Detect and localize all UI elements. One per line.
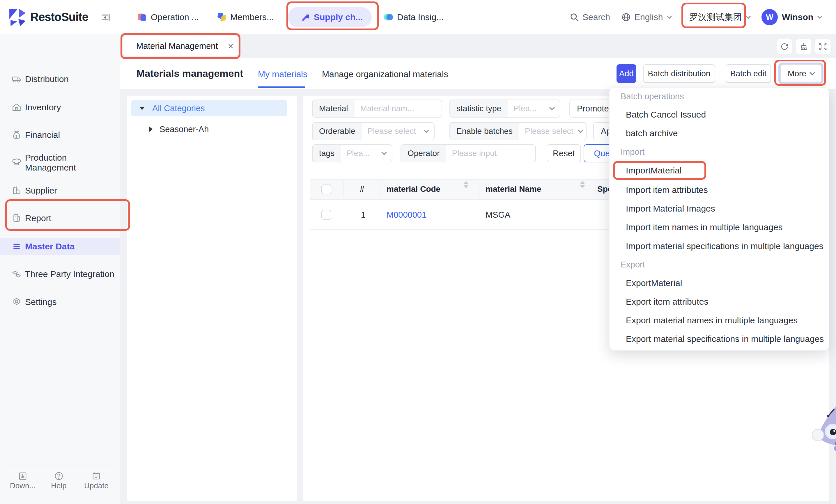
menu-item-batch-archive[interactable]: batch archive — [610, 127, 829, 140]
tab-manage-organizational-materials[interactable]: Manage organizational materials — [322, 69, 448, 79]
members-icon — [216, 11, 228, 23]
sidebar-item-financial[interactable]: $ Financial — [0, 127, 120, 143]
sidebar-item-distribution[interactable]: Distribution — [0, 71, 120, 88]
avatar: W — [761, 9, 778, 25]
caret-down-icon[interactable] — [139, 107, 145, 110]
nav-item-members[interactable]: Members... — [216, 11, 274, 23]
divider — [4, 466, 116, 466]
menu-item-import-item-names-multilang[interactable]: Import item names in multiple languages — [610, 221, 829, 234]
nav-item-data-insights[interactable]: Data Insig... — [383, 11, 443, 23]
truck-icon — [12, 74, 21, 84]
chef-hat-icon — [12, 158, 21, 168]
language-switcher[interactable]: English — [621, 11, 671, 23]
sort-icon[interactable] — [464, 181, 468, 188]
clean-button[interactable] — [796, 39, 811, 54]
menu-item-import-material[interactable]: ImportMaterial — [610, 164, 829, 177]
divider — [595, 181, 596, 198]
sidebar-item-master-data[interactable]: Master Data — [0, 238, 120, 255]
material-name-input[interactable]: Material Material nam... — [312, 99, 442, 118]
report-icon — [12, 213, 21, 223]
menu-item-import-material-images[interactable]: Import Material Images — [610, 202, 829, 215]
menu-item-export-material[interactable]: ExportMaterial — [610, 277, 829, 290]
search-icon — [569, 12, 580, 22]
sidebar-footer-help[interactable]: Help — [41, 471, 76, 490]
batch-distribution-button[interactable]: Batch distribution — [643, 64, 715, 83]
reset-button[interactable]: Reset — [547, 144, 581, 162]
operation-icon — [136, 11, 148, 23]
close-icon[interactable]: × — [228, 41, 233, 51]
more-button[interactable]: More — [780, 64, 822, 83]
refresh-button[interactable] — [777, 39, 792, 54]
chevron-down-icon — [578, 128, 583, 133]
help-icon — [41, 471, 76, 481]
menu-group-batch-operations: Batch operations — [610, 90, 829, 103]
menu-item-export-material-specs-multilang[interactable]: Export material specifications in multip… — [610, 333, 829, 345]
sidebar-item-supplier[interactable]: Supplier — [0, 182, 120, 199]
row-checkbox[interactable] — [321, 210, 331, 220]
sidebar-item-production-management[interactable]: Production Management — [0, 154, 120, 171]
menu-item-export-item-attributes[interactable]: Export item attributes — [610, 295, 829, 308]
cell-material-code-link[interactable]: M0000001 — [386, 210, 426, 220]
top-bar: RestoSuite Operation ... — [0, 0, 836, 34]
menu-item-batch-cancel-issued[interactable]: Batch Cancel Issued — [610, 108, 829, 121]
supply-chain-icon — [300, 11, 311, 23]
sidebar-footer-download[interactable]: Down... — [5, 471, 40, 490]
column-header-material-name[interactable]: material Name — [486, 185, 541, 194]
assistant-robot-mascot[interactable] — [812, 403, 836, 455]
svg-text:$: $ — [15, 134, 17, 138]
enable-batches-select[interactable]: Enable batches Please select — [450, 122, 587, 140]
organization-switcher[interactable]: 罗汉测试集团 — [689, 10, 750, 24]
divider — [753, 11, 753, 23]
caret-right-icon[interactable] — [149, 127, 153, 132]
sidebar: Distribution Inventory $ Financial Produ… — [0, 34, 120, 504]
add-button[interactable]: Add — [616, 64, 636, 83]
building-icon — [12, 186, 21, 196]
chevron-down-icon — [810, 70, 815, 75]
menu-item-import-material-specs-multilang[interactable]: Import material specifications in multip… — [610, 240, 829, 253]
active-tab-underline — [258, 86, 305, 88]
tags-select[interactable]: tags Plea... — [312, 144, 393, 162]
divider — [343, 181, 344, 198]
user-menu[interactable]: W Winson — [761, 9, 822, 25]
nav-item-operation[interactable]: Operation ... — [136, 11, 199, 23]
menu-group-export: Export — [610, 258, 829, 271]
data-insights-icon — [383, 11, 395, 23]
tree-node-all-categories[interactable]: All Categories — [131, 100, 287, 116]
tree-node-seasoner-ah[interactable]: Seasoner-Ah — [131, 122, 287, 137]
chevron-down-icon — [381, 150, 386, 155]
sidebar-item-settings[interactable]: Settings — [0, 294, 120, 310]
collapse-sidebar-icon[interactable] — [100, 12, 111, 23]
more-dropdown-menu: Batch operations Batch Cancel Issued bat… — [609, 87, 829, 351]
menu-item-import-item-attributes[interactable]: Import item attributes — [610, 183, 829, 196]
column-header-material-code[interactable]: material Code — [386, 185, 440, 194]
cell-index: 1 — [361, 210, 366, 220]
statistic-type-select[interactable]: statistic type Plea... — [450, 99, 560, 118]
sidebar-item-three-party-integration[interactable]: Three Party Integration — [0, 266, 120, 283]
sidebar-footer-update[interactable]: Update — [77, 471, 115, 490]
globe-icon — [621, 12, 631, 22]
sort-icon[interactable] — [580, 181, 585, 188]
open-tab-material-management[interactable]: Material Management × — [124, 36, 238, 56]
batch-edit-button[interactable]: Batch edit — [726, 64, 771, 83]
nav-item-supply-chain[interactable]: Supply ch... — [288, 7, 372, 27]
tab-my-materials[interactable]: My materials — [258, 69, 307, 79]
operator-input[interactable]: Operator Please input — [401, 144, 536, 162]
column-header-index: # — [360, 185, 364, 194]
divider — [380, 181, 380, 198]
orderable-select[interactable]: Orderable Please select — [312, 122, 435, 140]
fullscreen-button[interactable] — [815, 39, 831, 54]
money-bag-icon: $ — [12, 130, 21, 140]
select-all-checkbox[interactable] — [321, 185, 331, 194]
sidebar-item-report[interactable]: Report — [0, 210, 120, 227]
menu-group-import: Import — [610, 146, 829, 158]
chevron-down-icon — [549, 105, 554, 110]
sidebar-item-inventory[interactable]: Inventory — [0, 99, 120, 116]
restosuite-logo-icon[interactable] — [8, 7, 27, 27]
chevron-down-icon — [817, 13, 822, 19]
chevron-down-icon — [423, 128, 429, 133]
global-search[interactable]: Search — [569, 11, 610, 23]
menu-item-export-material-names-multilang[interactable]: Export material names in multiple langua… — [610, 314, 829, 327]
cell-material-name: MSGA — [486, 210, 510, 220]
category-tree-panel — [127, 96, 297, 501]
warehouse-icon — [12, 102, 21, 112]
